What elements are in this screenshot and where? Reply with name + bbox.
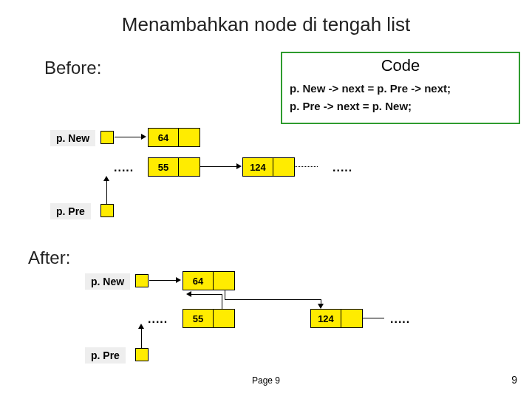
page-number: Page 9 [0, 375, 532, 386]
page-title: Menambahkan node di tengah list [0, 13, 532, 36]
before-ppre-ptr-box [100, 204, 114, 217]
code-heading: Code [290, 56, 511, 75]
after-ppre-ptr-box [135, 348, 149, 361]
arrow-head [138, 324, 144, 329]
code-line-2: p. Pre -> next = p. New; [290, 98, 511, 115]
node-ptr [214, 272, 234, 290]
node-ptr [214, 310, 234, 327]
node-ptr [179, 158, 200, 176]
dots: ..... [148, 313, 168, 326]
node-ptr [273, 158, 294, 176]
node-value: 55 [149, 158, 179, 176]
node-ptr [179, 129, 200, 146]
before-node-55: 55 [148, 157, 200, 177]
before-label: Before: [44, 58, 101, 78]
after-node-124: 124 [310, 309, 363, 328]
node-value: 124 [311, 310, 341, 327]
arrow-head [103, 176, 109, 181]
arrow-line [141, 329, 142, 348]
arrow-line [225, 290, 225, 300]
node-value: 64 [149, 129, 179, 146]
arrow-line [362, 318, 384, 318]
arrow-head [186, 291, 191, 297]
after-pnew-label: p. New [85, 273, 130, 290]
dotted-line [294, 166, 318, 167]
arrow-line [191, 294, 222, 295]
arrow [200, 166, 236, 167]
before-pnew-ptr-box [100, 131, 114, 144]
before-node-124: 124 [242, 157, 295, 177]
after-node-55: 55 [183, 309, 235, 328]
before-ppre-label: p. Pre [50, 203, 91, 219]
slide-number: 9 [511, 374, 517, 386]
dots: ..... [114, 161, 134, 174]
node-ptr [341, 310, 362, 327]
after-node-64: 64 [183, 271, 235, 290]
before-node-64: 64 [148, 128, 200, 147]
arrow-head [141, 134, 146, 140]
after-ppre-label: p. Pre [85, 347, 126, 364]
arrow [115, 137, 141, 137]
after-pnew-ptr-box [135, 274, 149, 287]
code-box: Code p. New -> next = p. Pre -> next; p.… [281, 52, 520, 124]
dots: ..... [332, 161, 352, 174]
arrow-line [225, 299, 321, 300]
arrow [149, 280, 176, 281]
node-value: 64 [183, 272, 214, 290]
arrow-line [222, 294, 222, 309]
arrow-line [106, 181, 107, 204]
arrow-head [318, 304, 324, 309]
after-label: After: [28, 248, 70, 268]
code-line-1: p. New -> next = p. Pre -> next; [290, 80, 511, 98]
arrow-head [176, 277, 181, 283]
before-pnew-label: p. New [50, 130, 95, 146]
node-value: 55 [183, 310, 214, 327]
node-value: 124 [243, 158, 273, 176]
arrow-head [236, 163, 242, 169]
dots: ..... [390, 313, 410, 326]
